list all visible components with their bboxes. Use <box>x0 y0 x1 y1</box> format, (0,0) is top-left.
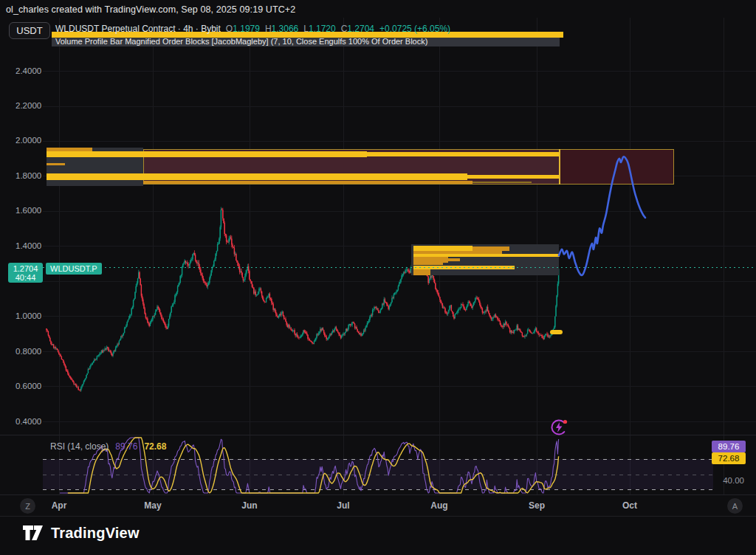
vertical-gridline <box>724 18 724 494</box>
vertical-gridline <box>250 18 250 494</box>
change-value: +0.0725 (+6.05%) <box>379 24 450 34</box>
price-tick-label: 2.4000 <box>16 66 47 75</box>
rsi-legend[interactable]: RSI (14, close) 89.76 72.68 <box>50 441 166 452</box>
rsi-slow-axis-badge: 72.68 <box>712 452 746 464</box>
price-tick-label: 0.4000 <box>16 417 47 426</box>
rsi-level-label: 40.00 <box>723 476 744 485</box>
time-tick-label: Sep <box>529 500 545 511</box>
vertical-gridline <box>343 18 344 494</box>
volume-profile-bar <box>47 173 467 180</box>
volume-profile-bar <box>47 151 367 157</box>
horizontal-gridline <box>43 141 756 142</box>
pane-separator[interactable] <box>0 435 756 435</box>
volume-profile-bar <box>413 269 430 275</box>
ohlc-low: L1.1720 <box>303 24 335 34</box>
tradingview-chart-window: ol_charles created with TradingView.com,… <box>0 0 756 555</box>
volume-profile-bar <box>143 181 472 184</box>
quick-trade-button[interactable] <box>550 418 569 440</box>
price-tick-label: 0.6000 <box>16 382 47 390</box>
symbol-title: WLDUSDT Perpetual Contract · 4h · Bybit <box>55 24 221 34</box>
chart-legend[interactable]: WLDUSDT Perpetual Contract · 4h · Bybit … <box>55 24 450 34</box>
quote-currency-badge[interactable]: USDT <box>9 22 50 39</box>
volume-profile-bar <box>367 152 560 156</box>
volume-profile-bar <box>550 330 563 334</box>
time-tick-label: May <box>144 500 161 511</box>
vertical-gridline <box>153 18 154 494</box>
ohlc-close: C1.2704 <box>341 24 374 34</box>
current-price-line <box>43 267 756 268</box>
vertical-gridline <box>630 18 630 494</box>
rsi-fast-value: 89.76 <box>115 441 137 452</box>
indicator-legend[interactable]: Volume Profile Bar Magnified Order Block… <box>55 37 427 46</box>
horizontal-gridline <box>43 71 756 72</box>
price-tick-label: 2.2000 <box>16 101 47 110</box>
price-tick-label: 0.8000 <box>16 347 47 356</box>
horizontal-gridline <box>43 106 756 107</box>
symbol-price-tag: WLDUSDT.P <box>46 263 102 275</box>
time-tick-label: Oct <box>622 500 637 511</box>
ohlc-high: H1.3066 <box>265 24 298 34</box>
volume-profile-bar <box>413 257 448 263</box>
price-value: 1.2704 <box>13 264 38 273</box>
ohlc-open: O1.1979 <box>226 24 260 34</box>
price-tick-label: 1.8000 <box>16 171 47 180</box>
time-tick-label: Aug <box>430 500 447 511</box>
horizontal-gridline <box>43 421 756 422</box>
bar-countdown: 40:44 <box>16 273 36 282</box>
tradingview-logo-text: TradingView <box>51 525 140 542</box>
tradingview-logo[interactable]: TradingView <box>22 524 140 542</box>
horizontal-gridline <box>43 281 756 282</box>
axis-separator <box>0 494 756 495</box>
horizontal-gridline <box>43 246 756 247</box>
volume-profile-bar <box>467 175 560 179</box>
tradingview-mark-icon <box>22 524 44 542</box>
price-tick-label: 2.0000 <box>16 136 47 145</box>
horizontal-gridline <box>43 316 756 317</box>
rsi-middle-dashed-line <box>43 475 713 475</box>
order-block <box>560 149 674 185</box>
lightning-icon <box>550 418 569 437</box>
time-tick-label: Jun <box>241 500 257 511</box>
price-tick-label: 1.6000 <box>16 206 47 215</box>
volume-profile-bar <box>413 246 472 251</box>
rsi-upper-dashed-line <box>43 459 713 460</box>
time-tick-label: Jul <box>337 500 349 511</box>
volume-profile-bar <box>559 149 560 185</box>
current-price-label: 1.2704 40:44 <box>8 263 43 283</box>
rsi-fast-axis-badge: 89.76 <box>712 441 746 452</box>
volume-profile-bar <box>47 163 65 165</box>
price-tick-label: 1.4000 <box>16 241 47 250</box>
z-button[interactable]: Z <box>20 498 35 514</box>
volume-profile-bar <box>448 258 460 261</box>
time-tick-label: Apr <box>52 500 67 511</box>
vertical-gridline <box>59 18 60 494</box>
price-tick-label: 1.0000 <box>16 311 47 320</box>
volume-profile-bar <box>472 182 532 183</box>
rsi-slow-value: 72.68 <box>144 441 166 452</box>
a-button[interactable]: A <box>727 498 743 514</box>
rsi-title-text: RSI (14, close) <box>50 441 109 452</box>
horizontal-gridline <box>43 386 756 387</box>
volume-profile-bar <box>413 263 443 265</box>
horizontal-gridline <box>43 351 756 352</box>
horizontal-gridline <box>43 211 756 212</box>
rsi-lower-dashed-line <box>43 489 713 490</box>
